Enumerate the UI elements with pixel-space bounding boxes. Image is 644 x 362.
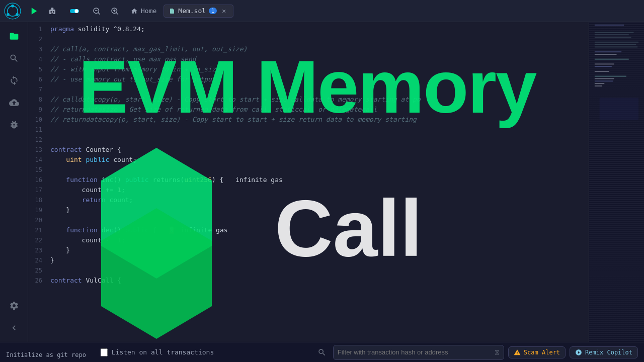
svg-marker-5 <box>32 8 37 15</box>
minimap <box>589 22 644 342</box>
code-line-22: 22 count -= 1; <box>28 235 589 245</box>
tab-file-badge: 1 <box>209 8 217 14</box>
search-icon-button[interactable] <box>315 345 329 359</box>
code-line-12: 12 <box>28 135 589 145</box>
svg-rect-33 <box>595 66 612 67</box>
status-bar-center: 0 Listen on all transactions <box>91 348 214 356</box>
svg-point-8 <box>50 11 52 13</box>
tab-bar: Home Mem.sol 1 ✕ <box>126 5 233 18</box>
tab-home-label: Home <box>141 7 156 15</box>
robot-icon[interactable] <box>45 4 59 18</box>
tab-close-button[interactable]: ✕ <box>220 7 228 15</box>
code-line-23: 23 } <box>28 245 589 255</box>
code-line-11: 11 <box>28 125 589 135</box>
sidebar-item-settings[interactable] <box>4 296 24 316</box>
code-line-9: 9 // returndatasize - Get size of return… <box>28 105 589 115</box>
svg-rect-7 <box>51 8 54 10</box>
sidebar-item-deploy[interactable] <box>4 93 24 113</box>
sidebar-item-compile[interactable] <box>4 70 24 90</box>
play-button[interactable] <box>27 4 41 18</box>
svg-point-2 <box>11 4 14 7</box>
git-label[interactable]: Initialize as git repo <box>0 348 101 362</box>
toggle-switch[interactable] <box>63 4 86 18</box>
filter-icon: ⧖ <box>495 348 500 356</box>
code-view: 1 pragma solidity ^0.8.24; 2 3 // call(a… <box>28 22 589 342</box>
zoom-in-button[interactable] <box>108 4 122 18</box>
code-line-1: 1 pragma solidity ^0.8.24; <box>28 24 589 34</box>
editor-area[interactable]: 1 pragma solidity ^0.8.24; 2 3 // call(a… <box>28 22 589 342</box>
sidebar-item-files[interactable] <box>4 26 24 46</box>
code-line-25: 25 <box>28 265 589 276</box>
code-line-21: 21 function dec() public { ⛽ infinite ga… <box>28 225 589 235</box>
svg-rect-26 <box>595 42 638 43</box>
svg-rect-28 <box>595 46 637 47</box>
svg-rect-25 <box>595 37 631 38</box>
code-line-19: 19 } <box>28 205 589 215</box>
code-line-20: 20 <box>28 215 589 225</box>
svg-line-17 <box>116 13 118 15</box>
svg-rect-38 <box>595 83 604 84</box>
code-line-14: 14 uint public count; <box>28 155 589 165</box>
search-area: ⧖ Scam Alert Remix Copilot <box>315 345 638 360</box>
code-line-17: 17 count += 1; <box>28 185 589 195</box>
svg-rect-22 <box>595 25 624 26</box>
remix-logo <box>4 3 21 20</box>
main-layout: 1 pragma solidity ^0.8.24; 2 3 // call(a… <box>0 22 644 342</box>
svg-rect-39 <box>595 85 602 86</box>
svg-rect-40 <box>600 98 639 120</box>
tab-file-label: Mem.sol <box>178 7 206 15</box>
code-line-7: 7 <box>28 84 589 95</box>
svg-rect-34 <box>595 71 609 72</box>
svg-rect-30 <box>595 54 617 55</box>
listen-checkbox[interactable] <box>100 348 108 356</box>
svg-point-4 <box>16 13 19 16</box>
filter-input-wrap: ⧖ <box>333 345 504 360</box>
tab-mem-sol[interactable]: Mem.sol 1 ✕ <box>164 5 233 18</box>
minimap-svg <box>589 22 644 342</box>
toolbar: Home Mem.sol 1 ✕ <box>0 0 644 22</box>
code-line-13: 13 contract Counter { <box>28 145 589 155</box>
code-line-6: 6 // - use memory out to out_size for ou… <box>28 74 589 84</box>
sidebar-item-collapse[interactable] <box>4 318 24 338</box>
svg-rect-32 <box>595 63 614 64</box>
code-line-15: 15 <box>28 165 589 175</box>
svg-point-3 <box>7 13 10 16</box>
scam-alert-button[interactable]: Scam Alert <box>508 346 566 358</box>
svg-point-12 <box>74 9 78 13</box>
code-line-24: 24 } <box>28 255 589 265</box>
remix-copilot-label: Remix Copilot <box>585 349 632 356</box>
tab-home[interactable]: Home <box>126 5 162 17</box>
code-line-10: 10 // returndatacopy(p, start, size) - C… <box>28 115 589 125</box>
scam-alert-label: Scam Alert <box>524 349 560 356</box>
sidebar-item-debug[interactable] <box>4 115 24 135</box>
code-line-4: 4 // - calls contract, use max gas send <box>28 54 589 64</box>
sidebar-item-search[interactable] <box>4 48 24 68</box>
code-line-2: 2 <box>28 34 589 44</box>
code-line-16: 16 function inc() public returns(uint256… <box>28 175 589 185</box>
code-line-3: 3 // call(a, contract, max_gas_limit, ou… <box>28 44 589 54</box>
git-label-text: Initialize as git repo <box>6 351 86 358</box>
svg-rect-36 <box>595 78 614 79</box>
code-line-5: 5 // - with input from memory to in + in… <box>28 64 589 74</box>
remix-copilot-button[interactable]: Remix Copilot <box>570 346 638 358</box>
svg-line-14 <box>98 13 100 15</box>
code-line-26: 26 contract VulCall { <box>28 276 589 286</box>
svg-rect-37 <box>595 80 613 81</box>
svg-rect-24 <box>595 34 629 35</box>
svg-rect-27 <box>595 44 636 45</box>
code-line-8: 8 // calldatacopy(p, start, size) - Copy… <box>28 95 589 105</box>
svg-rect-35 <box>595 76 626 77</box>
filter-input[interactable] <box>338 348 495 356</box>
zoom-out-button[interactable] <box>90 4 104 18</box>
svg-rect-31 <box>595 59 629 60</box>
svg-rect-10 <box>51 13 54 13</box>
code-lines: 1 pragma solidity ^0.8.24; 2 3 // call(a… <box>28 22 589 288</box>
svg-rect-29 <box>595 51 621 52</box>
code-line-18: 18 return count; <box>28 195 589 205</box>
listen-label: Listen on all transactions <box>112 348 214 356</box>
svg-rect-23 <box>595 32 634 33</box>
svg-point-9 <box>53 11 54 13</box>
sidebar <box>0 22 28 342</box>
